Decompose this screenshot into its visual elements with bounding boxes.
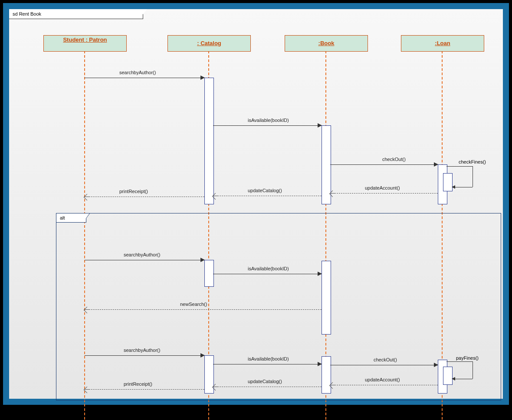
msg-isAvailable-2: isAvailable(bookID) bbox=[213, 274, 322, 274]
msg-isAvailable-3: isAvailable(bookID) bbox=[213, 364, 322, 364]
msg-searchbyAuthor-2: searchbyAuthor() bbox=[85, 260, 204, 260]
msg-printReceipt-2: printReceipt() bbox=[85, 389, 204, 390]
msg-checkOut-1: checkOut() bbox=[330, 164, 438, 165]
msg-label: checkOut() bbox=[382, 157, 406, 162]
msg-label: checkFines() bbox=[459, 159, 486, 164]
frame-title: sd Rent Book bbox=[13, 11, 41, 16]
lifeline-label: Student : Patron bbox=[63, 36, 107, 43]
msg-label: newSearch() bbox=[180, 302, 207, 307]
msg-searchbyAuthor-3: searchbyAuthor() bbox=[85, 355, 204, 356]
lifeline-head-loan: :Loan bbox=[401, 35, 484, 52]
msg-updateCatalog-1: updateCatalog() bbox=[213, 196, 322, 196]
msg-label: printReceipt() bbox=[119, 189, 148, 194]
alt-label: alt bbox=[60, 215, 65, 220]
msg-label: updateAccount() bbox=[365, 377, 400, 382]
msg-updateCatalog-2: updateCatalog() bbox=[213, 387, 322, 387]
lifeline-head-patron: Student : Patron bbox=[43, 35, 127, 52]
msg-label: searchbyAuthor() bbox=[124, 252, 160, 257]
msg-label: isAvailable(bookID) bbox=[248, 356, 289, 361]
alt-fragment: alt bbox=[56, 213, 501, 400]
lifeline-head-book: :Book bbox=[285, 35, 368, 52]
msg-checkOut-2: checkOut() bbox=[330, 365, 438, 365]
msg-updateAccount-2: updateAccount() bbox=[330, 385, 438, 385]
msg-label: checkOut() bbox=[374, 357, 397, 362]
lifeline-label: :Book bbox=[318, 40, 335, 46]
sequence-diagram-frame: sd Rent Book Student : Patron : Catalog … bbox=[3, 3, 509, 405]
msg-updateAccount-1: updateAccount() bbox=[330, 193, 438, 194]
msg-label: searchbyAuthor() bbox=[119, 70, 156, 75]
msg-searchbyAuthor-1: searchbyAuthor() bbox=[85, 78, 204, 78]
frame-title-tab: sd Rent Book bbox=[9, 9, 143, 19]
activation-catalog-1 bbox=[204, 78, 214, 204]
activation-loan-self-1 bbox=[443, 173, 453, 191]
msg-isAvailable-1: isAvailable(bookID) bbox=[213, 125, 322, 126]
lifeline-head-catalog: : Catalog bbox=[167, 35, 251, 52]
lifeline-label: :Loan bbox=[435, 40, 450, 46]
msg-label: updateCatalog() bbox=[248, 188, 282, 193]
lifeline-label: : Catalog bbox=[197, 40, 221, 46]
msg-label: updateCatalog() bbox=[248, 379, 282, 384]
msg-label: isAvailable(bookID) bbox=[248, 266, 289, 271]
msg-label: updateAccount() bbox=[365, 185, 400, 190]
msg-label: printReceipt() bbox=[124, 381, 152, 387]
msg-label: isAvailable(bookID) bbox=[248, 118, 289, 123]
msg-label: payFines() bbox=[456, 355, 479, 361]
msg-label: searchbyAuthor() bbox=[124, 348, 160, 353]
msg-printReceipt-1: printReceipt() bbox=[85, 197, 204, 197]
alt-tab: alt bbox=[56, 213, 86, 223]
msg-newSearch: newSearch() bbox=[85, 309, 322, 310]
